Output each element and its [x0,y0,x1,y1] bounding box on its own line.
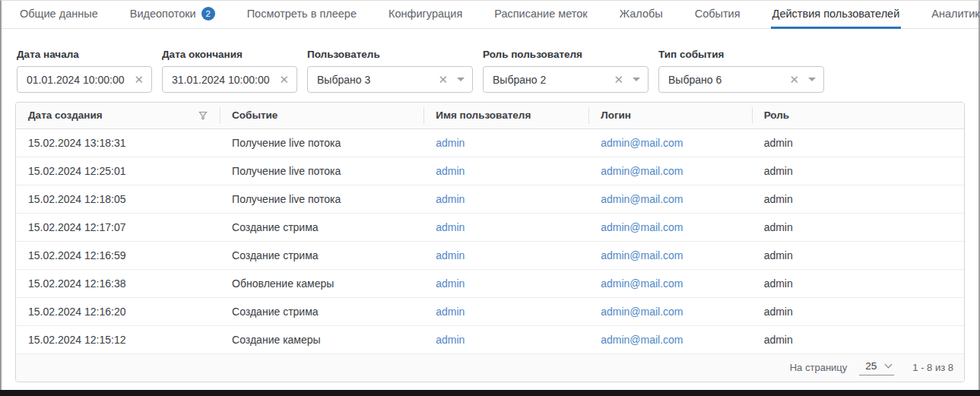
col-header-label: Дата создания [28,109,103,121]
cell-username: admin [423,157,588,185]
cell-event: Получение live потока [220,157,423,185]
col-header-label: Имя пользователя [436,109,531,121]
tab-video-streams[interactable]: Видеопотоки 2 [128,1,217,29]
table-row: 15.02.2024 12:25:01 Получение live поток… [16,157,964,185]
per-page-value: 25 [865,360,877,372]
tab-view-in-player[interactable]: Посмотреть в плеере [246,1,358,29]
login-link[interactable]: admin@mail.com [601,306,683,318]
event-type-select[interactable]: Выбрано 6 ✕ [658,66,824,93]
user-select-value: Выбрано 3 [317,74,433,86]
table-row: 15.02.2024 12:16:20 Создание стрима admi… [16,297,964,325]
date-end-label: Дата окончания [162,49,297,60]
user-role-select[interactable]: Выбрано 2 ✕ [483,66,649,93]
filter-user: Пользователь Выбрано 3 ✕ [307,49,473,93]
table-row: 15.02.2024 12:18:05 Получение live поток… [16,185,964,213]
cell-role: admin [752,297,964,325]
cell-login: admin@mail.com [588,128,751,157]
cell-role: admin [752,241,964,269]
cell-role: admin [752,213,964,241]
clear-icon[interactable]: ✕ [279,74,289,85]
date-start-field[interactable]: ✕ [17,66,152,93]
per-page-label: На страницу [790,362,848,373]
cell-created-date: 15.02.2024 12:16:20 [16,297,220,325]
pagination-range: 1 - 8 из 8 [912,362,953,373]
username-link[interactable]: admin [436,306,465,318]
tab-label: Конфигурация [389,8,462,20]
caret-down-icon[interactable] [633,78,640,81]
cell-event: Создание камеры [220,325,423,353]
login-link[interactable]: admin@mail.com [601,137,683,149]
col-header-username: Имя пользователя [423,103,588,128]
cell-created-date: 15.02.2024 12:17:07 [16,213,220,241]
username-link[interactable]: admin [436,249,465,261]
filter-user-role: Роль пользователя Выбрано 2 ✕ [483,49,649,93]
table-row: 15.02.2024 12:16:38 Обновление камеры ad… [16,269,964,297]
tab-label: Расписание меток [494,8,587,20]
clear-icon[interactable]: ✕ [789,74,799,85]
filter-date-start: Дата начала ✕ [17,49,152,93]
col-header-login: Логин [588,103,751,128]
login-link[interactable]: admin@mail.com [601,221,683,233]
username-link[interactable]: admin [436,277,465,290]
tab-bar: Общие данные Видеопотоки 2 Посмотреть в … [2,1,978,29]
user-actions-table: Дата создания Событие Имя пользователя Л… [15,102,965,382]
page: Общие данные Видеопотоки 2 Посмотреть в … [0,0,980,396]
username-link[interactable]: admin [436,193,465,205]
user-role-select-value: Выбрано 2 [493,74,609,86]
tab-general-data[interactable]: Общие данные [18,1,100,29]
clear-icon[interactable]: ✕ [134,74,144,85]
date-start-input[interactable] [27,74,129,86]
username-link[interactable]: admin [436,165,465,177]
tab-user-actions[interactable]: Действия пользователей [771,1,902,29]
table-row: 15.02.2024 12:16:59 Создание стрима admi… [16,241,964,269]
username-link[interactable]: admin [436,137,465,149]
col-header-label: Логин [601,109,631,121]
filter-funnel-icon[interactable] [198,111,208,120]
cell-login: admin@mail.com [588,213,751,241]
cell-created-date: 15.02.2024 12:25:01 [16,157,220,185]
login-link[interactable]: admin@mail.com [601,334,683,346]
event-type-label: Тип события [658,49,824,60]
tab-label-schedule[interactable]: Расписание меток [493,1,588,29]
login-link[interactable]: admin@mail.com [601,249,683,261]
cell-role: admin [752,157,964,185]
cell-username: admin [423,241,588,269]
cell-created-date: 15.02.2024 12:16:59 [16,241,220,269]
date-end-field[interactable]: ✕ [162,66,297,93]
cell-login: admin@mail.com [588,157,751,185]
username-link[interactable]: admin [436,334,465,346]
event-type-select-value: Выбрано 6 [668,74,785,86]
table-row: 15.02.2024 12:17:07 Создание стрима admi… [16,213,964,241]
count-badge: 2 [201,7,215,21]
cell-login: admin@mail.com [588,241,751,269]
tab-analytics[interactable]: Аналитика [930,1,980,29]
pagination-bar: На страницу 25 1 - 8 из 8 [16,354,964,382]
cell-username: admin [423,269,588,297]
cell-username: admin [423,128,588,157]
login-link[interactable]: admin@mail.com [601,165,683,177]
login-link[interactable]: admin@mail.com [601,193,683,205]
per-page-select[interactable]: 25 [859,360,894,375]
col-header-label: Роль [764,109,789,121]
table-header-row: Дата создания Событие Имя пользователя Л… [16,103,964,128]
cell-username: admin [423,325,588,353]
username-link[interactable]: admin [436,221,465,233]
cell-login: admin@mail.com [588,297,751,325]
login-link[interactable]: admin@mail.com [601,277,683,290]
user-select[interactable]: Выбрано 3 ✕ [307,66,473,93]
cell-login: admin@mail.com [588,325,751,353]
clear-icon[interactable]: ✕ [614,74,623,85]
cell-created-date: 15.02.2024 12:16:38 [16,269,220,297]
chevron-down-icon [885,361,893,369]
date-end-input[interactable] [172,74,274,86]
tab-events[interactable]: События [693,1,742,29]
caret-down-icon[interactable] [457,78,465,81]
col-header-label: Событие [232,109,278,121]
cell-username: admin [423,185,588,213]
tab-configuration[interactable]: Конфигурация [387,1,464,29]
cell-role: admin [752,128,964,157]
clear-icon[interactable]: ✕ [438,74,448,85]
caret-down-icon[interactable] [808,78,816,81]
filter-event-type: Тип события Выбрано 6 ✕ [658,49,824,93]
tab-complaints[interactable]: Жалобы [618,1,664,29]
